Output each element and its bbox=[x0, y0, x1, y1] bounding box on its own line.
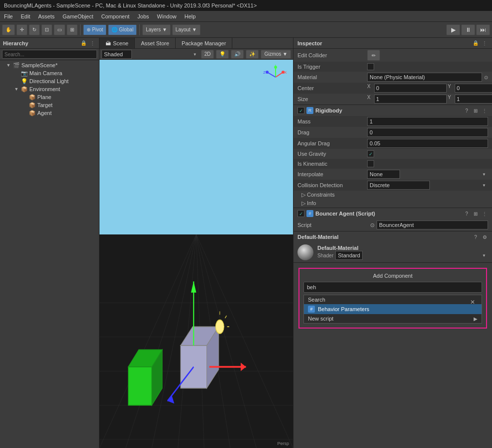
scene-gizmos-btn[interactable]: Gizmos ▼ bbox=[261, 50, 291, 59]
menu-gameobject[interactable]: GameObject bbox=[59, 12, 98, 20]
scene-light-btn[interactable]: 💡 bbox=[216, 50, 229, 59]
title-bar: BouncingMLAgents - SampleScene - PC, Mac… bbox=[0, 0, 492, 11]
menu-component[interactable]: Component bbox=[97, 12, 133, 20]
center-xyz-inputs: X Y Z bbox=[367, 84, 492, 93]
step-button[interactable]: ⏭ bbox=[476, 24, 490, 35]
material-info: Default-Material Shader Standard bbox=[317, 245, 488, 260]
hierarchy-search-input[interactable] bbox=[2, 50, 97, 59]
menu-help[interactable]: Help bbox=[181, 12, 200, 20]
tab-asset-store[interactable]: Asset Store bbox=[135, 38, 176, 48]
material-prop-input[interactable] bbox=[367, 73, 482, 82]
mass-input[interactable] bbox=[367, 117, 488, 126]
rigidbody-help-icon[interactable]: ? bbox=[463, 107, 470, 114]
scene-audio-btn[interactable]: 🔊 bbox=[231, 50, 244, 59]
edit-collider-btn[interactable]: ✏ bbox=[367, 50, 380, 61]
info-row[interactable]: ▷ Info bbox=[294, 199, 492, 208]
rigidbody-settings-icon[interactable]: ⊞ bbox=[472, 107, 479, 114]
new-script-item[interactable]: New script ▶ bbox=[304, 314, 482, 323]
tree-arrow-environment: ▼ bbox=[13, 86, 19, 92]
layers-btn[interactable]: Layers ▼ bbox=[142, 24, 171, 35]
menu-window[interactable]: Window bbox=[153, 12, 181, 20]
multi-tool-btn[interactable]: ⊞ bbox=[67, 24, 78, 35]
menu-edit[interactable]: Edit bbox=[17, 12, 34, 20]
material-select-icon[interactable]: ⊙ bbox=[484, 75, 488, 80]
center-x-input[interactable] bbox=[374, 84, 447, 93]
hand-tool-btn[interactable]: ✋ bbox=[2, 24, 15, 35]
collision-detection-row: Collision Detection Discrete Continuous … bbox=[294, 180, 492, 191]
add-component-wrapper: Add Component ✕ Search # Behavior Parame… bbox=[294, 263, 492, 334]
tab-package-manager[interactable]: Package Manager bbox=[176, 38, 232, 48]
center-y-label: Y bbox=[448, 84, 454, 93]
tree-item-plane[interactable]: ▷ 📦 Plane bbox=[0, 93, 99, 101]
interpolate-value: None Interpolate Extrapolate bbox=[367, 170, 488, 179]
rect-tool-btn[interactable]: ▭ bbox=[54, 24, 65, 35]
center-y-input[interactable] bbox=[455, 84, 492, 93]
inspector-lock-icon[interactable]: 🔒 bbox=[472, 40, 479, 47]
material-help-icon[interactable]: ? bbox=[472, 233, 479, 240]
menu-jobs[interactable]: Jobs bbox=[133, 12, 153, 20]
edit-collider-value: ✏ bbox=[367, 50, 488, 61]
svg-line-0 bbox=[99, 234, 197, 448]
add-component-clear-btn[interactable]: ✕ bbox=[470, 299, 475, 306]
menu-assets[interactable]: Assets bbox=[34, 12, 59, 20]
bouncer-agent-more-icon[interactable]: ⋮ bbox=[481, 210, 488, 217]
use-gravity-checkbox[interactable]: ✓ bbox=[367, 150, 374, 157]
rigidbody-header[interactable]: ✓ R Rigidbody ? ⊞ ⋮ bbox=[294, 105, 492, 116]
add-component-search-input[interactable] bbox=[303, 282, 482, 293]
svg-point-36 bbox=[274, 66, 277, 69]
rigidbody-enabled[interactable]: ✓ bbox=[297, 107, 304, 114]
interpolate-label: Interpolate bbox=[297, 171, 367, 177]
bouncer-agent-header[interactable]: ✓ # Bouncer Agent (Script) ? ⊞ ⋮ bbox=[294, 208, 492, 219]
pivot-btn[interactable]: ⊕ Pivot bbox=[83, 24, 106, 35]
inspector-title: Inspector bbox=[297, 40, 322, 46]
bouncer-agent-section: ✓ # Bouncer Agent (Script) ? ⊞ ⋮ Script … bbox=[294, 208, 492, 231]
tree-item-main-camera[interactable]: ▷ 📷 Main Camera bbox=[0, 69, 99, 77]
tree-item-environment[interactable]: ▼ 📦 Environment bbox=[0, 85, 99, 93]
inspector-more-icon[interactable]: ⋮ bbox=[481, 40, 488, 47]
hierarchy-lock-icon[interactable]: 🔒 bbox=[80, 40, 87, 47]
size-y-input[interactable] bbox=[455, 95, 492, 104]
bouncer-agent-settings-icon[interactable]: ⊞ bbox=[472, 210, 479, 217]
size-xyz-inputs: X Y Z bbox=[367, 95, 492, 104]
material-section-title: Default-Material bbox=[297, 234, 470, 240]
menu-file[interactable]: File bbox=[0, 12, 17, 20]
move-tool-btn[interactable]: ✛ bbox=[16, 24, 27, 35]
global-btn[interactable]: 🌐 Global bbox=[108, 24, 137, 35]
layout-btn[interactable]: Layout ▼ bbox=[172, 24, 200, 35]
main-layout: Hierarchy 🔒 ⋮ ▼ 🎬 SampleScene* ▷ 📷 Main bbox=[0, 38, 492, 448]
play-button[interactable]: ▶ bbox=[446, 24, 460, 35]
rotate-tool-btn[interactable]: ↻ bbox=[29, 24, 40, 35]
shading-mode-select[interactable]: Shaded Wireframe bbox=[101, 50, 132, 59]
tree-item-agent[interactable]: ▷ 📦 Agent bbox=[0, 109, 99, 117]
center-label: Center bbox=[297, 85, 367, 91]
rigidbody-more-icon[interactable]: ⋮ bbox=[481, 107, 488, 114]
tab-scene[interactable]: 🏔 Scene bbox=[99, 38, 135, 48]
bouncer-agent-help-icon[interactable]: ? bbox=[463, 210, 470, 217]
title-bar-text: BouncingMLAgents - SampleScene - PC, Mac… bbox=[4, 2, 257, 8]
drag-input[interactable] bbox=[367, 128, 488, 137]
tree-item-directional-light[interactable]: ▷ 💡 Directional Light bbox=[0, 77, 99, 85]
2d-mode-btn[interactable]: 2D bbox=[201, 50, 214, 59]
bouncer-agent-enabled[interactable]: ✓ bbox=[297, 210, 304, 217]
hierarchy-more-icon[interactable]: ⋮ bbox=[89, 40, 96, 47]
scene-effects-btn[interactable]: ✨ bbox=[246, 50, 259, 59]
size-x-input[interactable] bbox=[374, 95, 447, 104]
shader-label: Shader bbox=[317, 253, 333, 258]
collision-detection-select[interactable]: Discrete Continuous Continuous Dynamic C… bbox=[367, 181, 430, 190]
scene-view[interactable]: X Y Z Persp bbox=[99, 60, 293, 448]
is-kinematic-checkbox[interactable] bbox=[367, 160, 374, 167]
shader-select[interactable]: Standard bbox=[335, 251, 363, 260]
material-settings-icon[interactable]: ⚙ bbox=[481, 233, 488, 240]
scale-tool-btn[interactable]: ⊡ bbox=[41, 24, 52, 35]
is-trigger-checkbox[interactable] bbox=[367, 63, 374, 70]
inspector-panel: Inspector 🔒 ⋮ Edit Collider ✏ Is Trigger bbox=[293, 38, 492, 448]
interpolate-select[interactable]: None Interpolate Extrapolate bbox=[367, 170, 400, 179]
tree-item-target[interactable]: ▷ 📦 Target bbox=[0, 101, 99, 109]
constraints-row[interactable]: ▷ Constraints bbox=[294, 191, 492, 199]
angular-drag-input[interactable] bbox=[367, 139, 488, 148]
material-section-header[interactable]: Default-Material ? ⚙ bbox=[294, 231, 492, 242]
tree-item-samplescene[interactable]: ▼ 🎬 SampleScene* bbox=[0, 61, 99, 69]
script-input[interactable] bbox=[377, 221, 488, 229]
pause-button[interactable]: ⏸ bbox=[461, 24, 475, 35]
behavior-parameters-item[interactable]: # Behavior Parameters bbox=[304, 304, 482, 314]
